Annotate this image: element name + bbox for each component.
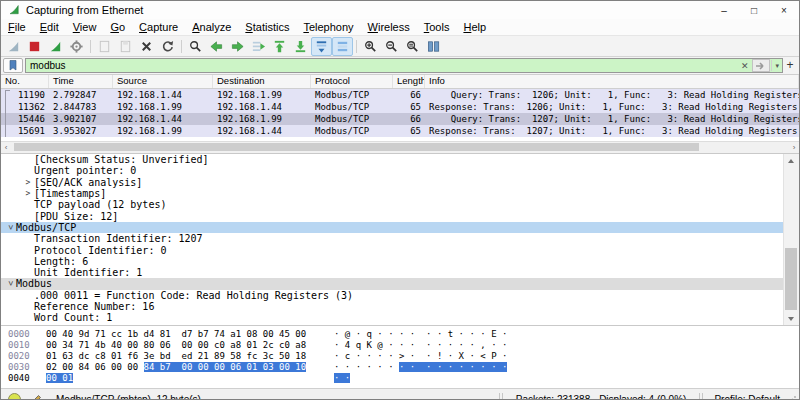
stop-capture-icon[interactable] [24, 37, 45, 56]
detail-line[interactable]: >[SEQ/ACK analysis] [1, 177, 799, 188]
hex-row[interactable]: 004000 01· · [1, 373, 799, 384]
start-capture-icon[interactable] [3, 37, 24, 56]
expander-collapsed-icon[interactable]: > [22, 178, 34, 187]
expander-collapsed-icon[interactable]: > [22, 189, 34, 198]
scroll-up-arrow[interactable] [784, 154, 798, 167]
restart-capture-icon[interactable] [45, 37, 66, 56]
column-header-no[interactable]: No. [1, 75, 49, 88]
detail-line[interactable]: >Unit Identifier: 1 [1, 267, 799, 278]
detail-line[interactable]: >.000 0011 = Function Code: Read Holding… [1, 290, 799, 301]
status-packet-counts: Packets: 231388 · Displayed: 4 (0.0%) [504, 394, 699, 400]
detail-line[interactable]: >Transaction Identifier: 1207 [1, 233, 799, 244]
open-file-icon[interactable] [94, 37, 115, 56]
menu-statistics[interactable]: Statistics [238, 19, 296, 35]
filter-apply-button[interactable] [752, 59, 770, 72]
colorize-icon[interactable] [332, 37, 353, 56]
expert-info-icon[interactable] [8, 393, 21, 400]
hex-row[interactable]: 000000 40 9d 71 cc 1b d4 81 d7 b7 74 a1 … [1, 329, 799, 340]
menu-tools[interactable]: Tools [417, 19, 457, 35]
reload-icon[interactable] [157, 37, 178, 56]
save-file-icon[interactable] [115, 37, 136, 56]
menu-wireless[interactable]: Wireless [361, 19, 417, 35]
hex-row[interactable]: 002001 63 dc c8 01 f6 3e bd ed 21 89 58 … [1, 351, 799, 362]
zoom-reset-icon[interactable] [402, 37, 423, 56]
detail-text: [SEQ/ACK analysis] [34, 177, 142, 188]
menu-help[interactable]: Help [456, 19, 493, 35]
detail-line[interactable]: >Modbus/TCP [1, 222, 799, 233]
detail-line[interactable]: >[Timestamps] [1, 188, 799, 199]
display-filter-input[interactable]: modbus ✕ ▾ [25, 58, 783, 73]
detail-line[interactable]: >[Checksum Status: Unverified] [1, 154, 799, 165]
detail-line[interactable]: >TCP payload (12 bytes) [1, 199, 799, 210]
detail-line[interactable]: >[PDU Size: 12] [1, 210, 799, 221]
wireshark-window: { "window": { "title": "Capturing from E… [0, 0, 800, 400]
scroll-right-arrow[interactable]: › [789, 142, 799, 152]
detail-line[interactable]: >Modbus [1, 278, 799, 289]
capture-comment-icon[interactable] [30, 394, 42, 400]
packet-row[interactable]: 154463.902107192.168.1.44192.168.1.99Mod… [1, 113, 799, 125]
detail-text: .000 0011 = Function Code: Read Holding … [34, 290, 353, 301]
hex-bytes: 02 00 84 06 00 00 84 b7 00 00 00 06 01 0… [40, 362, 318, 373]
menu-edit[interactable]: Edit [33, 19, 66, 35]
hex-ascii: · 4 q K @ · · · · · · · · , · · [318, 340, 507, 351]
menu-go[interactable]: Go [103, 19, 132, 35]
maximize-button[interactable]: □ [739, 1, 769, 19]
goto-packet-icon[interactable] [248, 37, 269, 56]
minimize-button[interactable]: – [709, 1, 739, 19]
packet-row[interactable]: 113622.844783192.168.1.99192.168.1.44Mod… [1, 101, 799, 113]
h-scrollbar[interactable]: ‹ › [1, 141, 799, 153]
zoom-in-icon[interactable] [360, 37, 381, 56]
expander-expanded-icon[interactable]: > [6, 278, 15, 290]
hex-row[interactable]: 003002 00 84 06 00 00 84 b7 00 00 00 06 … [1, 362, 799, 373]
column-header-time[interactable]: Time [49, 75, 113, 88]
column-header-length[interactable]: Length [393, 75, 425, 88]
cell-dst: 192.168.1.44 [213, 125, 311, 137]
menu-capture[interactable]: Capture [132, 19, 185, 35]
last-packet-icon[interactable] [290, 37, 311, 56]
scroll-down-arrow[interactable] [784, 312, 798, 325]
detail-line[interactable]: >Length: 6 [1, 256, 799, 267]
menu-analyze[interactable]: Analyze [185, 19, 238, 35]
auto-scroll-icon[interactable] [311, 37, 332, 56]
filter-bar: modbus ✕ ▾ + [1, 57, 799, 75]
title-bar: Capturing from Ethernet – □ × [1, 1, 799, 19]
v-scrollbar[interactable] [783, 154, 799, 325]
menu-telephony[interactable]: Telephony [296, 19, 360, 35]
detail-line[interactable]: >Protocol Identifier: 0 [1, 244, 799, 255]
column-header-source[interactable]: Source [113, 75, 213, 88]
filter-clear-icon[interactable]: ✕ [737, 61, 753, 71]
packet-row[interactable]: 111902.792847192.168.1.44192.168.1.99Mod… [1, 89, 799, 101]
column-header-info[interactable]: Info [425, 75, 799, 88]
filter-bookmark-button[interactable] [3, 58, 23, 73]
h-scrollbar-thumb[interactable] [14, 143, 699, 151]
v-scrollbar-thumb[interactable] [785, 248, 797, 310]
detail-line[interactable]: >Reference Number: 16 [1, 301, 799, 312]
find-packet-icon[interactable] [185, 37, 206, 56]
expander-expanded-icon[interactable]: > [6, 221, 15, 233]
previous-packet-icon[interactable] [206, 37, 227, 56]
capture-options-icon[interactable] [66, 37, 87, 56]
packet-detail-pane: >[Checksum Status: Unverified]>Urgent po… [1, 153, 799, 325]
next-packet-icon[interactable] [227, 37, 248, 56]
hex-offset: 0040 [1, 373, 40, 384]
status-profile[interactable]: Profile: Default [704, 394, 788, 400]
column-header-protocol[interactable]: Protocol [311, 75, 393, 88]
hex-row[interactable]: 001000 34 71 4b 40 00 80 06 00 00 c0 a8 … [1, 340, 799, 351]
packet-row[interactable]: 156913.953027192.168.1.99192.168.1.44Mod… [1, 125, 799, 137]
first-packet-icon[interactable] [269, 37, 290, 56]
resize-grip[interactable] [788, 395, 797, 400]
detail-line[interactable]: >Word Count: 1 [1, 312, 799, 323]
close-button[interactable]: × [769, 1, 799, 19]
scroll-left-arrow[interactable]: ‹ [1, 142, 11, 152]
column-header-destination[interactable]: Destination [213, 75, 311, 88]
zoom-out-icon[interactable] [381, 37, 402, 56]
cell-src: 192.168.1.99 [113, 125, 213, 137]
filter-value: modbus [30, 59, 737, 72]
detail-line[interactable]: >Urgent pointer: 0 [1, 165, 799, 176]
close-file-icon[interactable] [136, 37, 157, 56]
filter-dropdown-icon[interactable]: ▾ [771, 60, 782, 71]
filter-add-button[interactable]: + [783, 58, 797, 73]
menu-file[interactable]: File [1, 19, 33, 35]
resize-columns-icon[interactable] [423, 37, 444, 56]
menu-view[interactable]: View [66, 19, 104, 35]
